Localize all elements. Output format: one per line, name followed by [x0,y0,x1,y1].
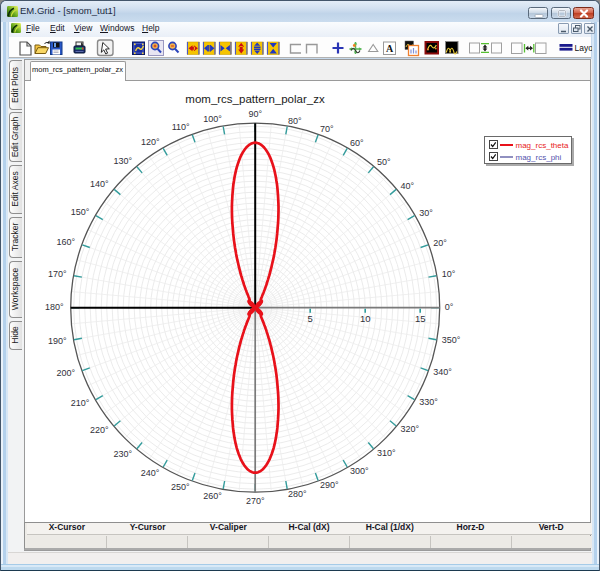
svg-text:340°: 340° [433,367,452,377]
svg-text:250°: 250° [171,482,190,492]
svg-text:300°: 300° [350,466,369,476]
svg-text:280°: 280° [288,489,307,499]
svg-text:230°: 230° [113,449,132,459]
svg-text:290°: 290° [320,480,339,490]
svg-text:220°: 220° [90,425,109,435]
svg-text:350°: 350° [442,335,461,345]
svg-text:160°: 160° [57,237,76,247]
svg-text:320°: 320° [400,424,419,434]
svg-text:330°: 330° [419,397,438,407]
svg-text:100°: 100° [203,114,222,124]
svg-text:40°: 40° [400,181,414,191]
svg-text:0°: 0° [445,302,454,312]
svg-text:50°: 50° [377,157,391,167]
svg-text:60°: 60° [350,138,364,148]
svg-text:270°: 270° [246,496,265,506]
svg-text:20°: 20° [433,238,447,248]
svg-text:5: 5 [308,313,313,324]
svg-text:80°: 80° [288,116,302,126]
svg-text:15: 15 [415,313,426,324]
svg-text:70°: 70° [320,124,334,134]
svg-text:180°: 180° [45,302,64,312]
svg-text:120°: 120° [141,137,160,147]
svg-text:170°: 170° [48,269,67,279]
svg-text:240°: 240° [141,468,160,478]
svg-text:190°: 190° [48,336,67,346]
svg-text:140°: 140° [90,179,109,189]
svg-text:10: 10 [360,313,371,324]
svg-text:310°: 310° [377,448,396,458]
svg-text:150°: 150° [71,207,90,217]
svg-text:130°: 130° [113,156,132,166]
svg-text:30°: 30° [419,208,433,218]
svg-text:200°: 200° [57,368,76,378]
svg-text:10°: 10° [442,269,456,279]
svg-text:210°: 210° [71,398,90,408]
svg-text:110°: 110° [172,122,190,132]
svg-text:260°: 260° [203,491,222,501]
svg-text:90°: 90° [248,109,262,119]
